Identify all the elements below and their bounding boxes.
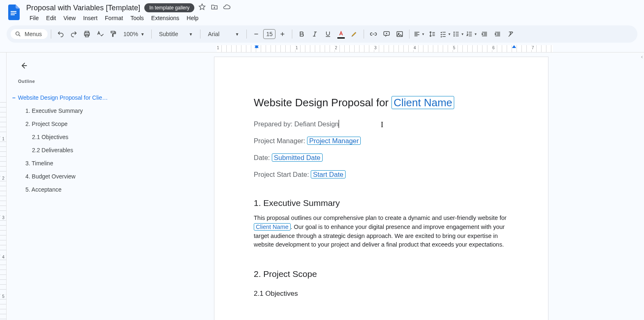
side-panel-toggle[interactable] bbox=[640, 53, 644, 320]
dash-icon: – bbox=[12, 94, 16, 101]
menu-tools[interactable]: Tools bbox=[127, 13, 147, 23]
document-canvas[interactable]: Website Design Proposal for Client Name … bbox=[123, 53, 640, 320]
menu-view[interactable]: View bbox=[60, 13, 79, 23]
outline-item[interactable]: 4. Budget Overview bbox=[18, 170, 115, 183]
spellcheck-button[interactable] bbox=[94, 28, 106, 40]
ruler-number: 6 bbox=[492, 46, 496, 50]
outline-item[interactable]: 3. Timeline bbox=[18, 157, 115, 170]
menu-help[interactable]: Help bbox=[183, 13, 202, 23]
variable-chip-start-date[interactable]: Start Date bbox=[311, 170, 345, 178]
outline-item[interactable]: 2.2 Deliverables bbox=[18, 144, 115, 157]
bold-button[interactable] bbox=[296, 28, 308, 40]
caret-icon: ▼ bbox=[461, 32, 464, 36]
caret-icon: ▼ bbox=[141, 32, 145, 37]
vertical-ruler[interactable]: 1 2 3 4 5 bbox=[0, 53, 7, 320]
outline-item[interactable]: 5. Acceptance bbox=[18, 183, 115, 196]
clear-formatting-button[interactable] bbox=[505, 28, 517, 40]
outline-back-button[interactable] bbox=[18, 60, 30, 71]
italic-button[interactable] bbox=[309, 28, 321, 40]
outline-item-title[interactable]: –Website Design Proposal for Clie… bbox=[12, 91, 115, 104]
add-comment-button[interactable] bbox=[380, 28, 393, 40]
prepared-by-line[interactable]: Prepared by: Defiant Design I bbox=[254, 120, 509, 128]
outline-item[interactable]: 2. Project Scope bbox=[18, 117, 115, 130]
date-line[interactable]: Date: Submitted Date bbox=[254, 154, 509, 162]
menu-edit[interactable]: Edit bbox=[43, 13, 59, 23]
heading-objectives[interactable]: 2.1 Objectives bbox=[254, 290, 509, 298]
toolbar-separator bbox=[292, 30, 292, 39]
first-line-indent-marker[interactable] bbox=[255, 45, 259, 52]
menu-format[interactable]: Format bbox=[102, 13, 126, 23]
line-spacing-button[interactable] bbox=[426, 28, 438, 40]
numbered-list-button[interactable]: ▼ bbox=[465, 28, 478, 40]
docs-logo-icon[interactable] bbox=[7, 3, 21, 21]
start-date-line[interactable]: Project Start Date: Start Date bbox=[254, 171, 509, 178]
insert-image-button[interactable] bbox=[394, 28, 406, 40]
document-page[interactable]: Website Design Proposal for Client Name … bbox=[214, 57, 548, 320]
outline-item-text: Website Design Proposal for Clie… bbox=[18, 94, 108, 101]
template-gallery-chip[interactable]: In template gallery bbox=[144, 3, 194, 12]
title-bar: Proposal with Variables [Template] In te… bbox=[0, 0, 644, 23]
ruler-number: 4 bbox=[1, 255, 6, 259]
toolbar-separator bbox=[364, 30, 364, 39]
align-button[interactable]: ▼ bbox=[413, 28, 425, 40]
variable-chip-client-name-body[interactable]: Client Name bbox=[254, 223, 291, 231]
toolbar-separator bbox=[151, 30, 152, 39]
checklist-button[interactable]: ▼ bbox=[439, 28, 451, 40]
outline-item[interactable]: 1. Executive Summary bbox=[18, 104, 115, 117]
caret-icon: ▼ bbox=[235, 32, 239, 37]
variable-chip-client-name[interactable]: Client Name bbox=[391, 96, 454, 109]
print-button[interactable] bbox=[81, 28, 93, 40]
font-value: Arial bbox=[208, 31, 219, 37]
pm-label: Project Manager: bbox=[254, 137, 307, 144]
highlight-color-button[interactable] bbox=[348, 28, 360, 40]
outline-item[interactable]: 2.1 Objectives bbox=[18, 130, 115, 144]
app-root: Proposal with Variables [Template] In te… bbox=[0, 0, 644, 320]
paragraph-style-select[interactable]: Subtitle▼ bbox=[155, 31, 197, 37]
svg-point-11 bbox=[454, 32, 455, 33]
search-menus-button[interactable]: Menus bbox=[11, 29, 48, 39]
svg-rect-0 bbox=[11, 11, 16, 12]
caret-icon: ▼ bbox=[474, 32, 477, 36]
ruler-number: 3 bbox=[373, 46, 378, 50]
undo-button[interactable] bbox=[55, 28, 67, 40]
cloud-status-icon[interactable] bbox=[223, 3, 230, 12]
doc-title-heading[interactable]: Website Design Proposal for Client Name bbox=[254, 96, 509, 109]
bulleted-list-button[interactable]: ▼ bbox=[452, 28, 464, 40]
font-family-select[interactable]: Arial▼ bbox=[204, 31, 243, 37]
zoom-select[interactable]: 100%▼ bbox=[120, 31, 148, 37]
svg-point-13 bbox=[454, 36, 455, 37]
text-color-button[interactable] bbox=[335, 28, 347, 40]
right-indent-marker[interactable] bbox=[512, 45, 516, 52]
redo-button[interactable] bbox=[68, 28, 80, 40]
project-manager-line[interactable]: Project Manager: Project Manager bbox=[254, 137, 509, 145]
svg-point-3 bbox=[16, 32, 19, 35]
insert-link-button[interactable] bbox=[367, 28, 380, 40]
underline-button[interactable] bbox=[322, 28, 334, 40]
menu-extensions[interactable]: Extensions bbox=[148, 13, 182, 23]
title-row: Proposal with Variables [Template] In te… bbox=[26, 3, 637, 12]
ruler-number: 5 bbox=[1, 294, 6, 299]
variable-chip-project-manager[interactable]: Project Manager bbox=[307, 137, 361, 145]
heading-project-scope[interactable]: 2. Project Scope bbox=[254, 269, 509, 279]
toolbar-separator bbox=[246, 30, 247, 39]
menu-file[interactable]: File bbox=[26, 13, 42, 23]
move-icon[interactable] bbox=[211, 3, 218, 12]
heading-executive-summary[interactable]: 1. Executive Summary bbox=[254, 198, 509, 208]
decrease-font-size-button[interactable] bbox=[250, 28, 262, 40]
decrease-indent-button[interactable] bbox=[478, 28, 491, 40]
font-size-group: 15 bbox=[250, 28, 289, 40]
toolbar-container: Menus 100%▼ Subtitle▼ Arial▼ 15 bbox=[0, 23, 644, 43]
paint-format-button[interactable] bbox=[107, 28, 119, 40]
increase-font-size-button[interactable] bbox=[276, 28, 289, 40]
font-size-input[interactable]: 15 bbox=[263, 29, 275, 39]
ruler-number: 5 bbox=[452, 46, 456, 50]
increase-indent-button[interactable] bbox=[492, 28, 504, 40]
toolbar-separator bbox=[200, 30, 200, 39]
variable-chip-submitted-date[interactable]: Submitted Date bbox=[272, 153, 323, 162]
star-icon[interactable] bbox=[198, 3, 206, 12]
executive-summary-paragraph[interactable]: This proposal outlines our comprehensive… bbox=[254, 214, 509, 249]
date-label: Date: bbox=[254, 154, 272, 161]
document-title[interactable]: Proposal with Variables [Template] bbox=[26, 4, 140, 12]
menu-insert[interactable]: Insert bbox=[80, 13, 101, 23]
horizontal-ruler[interactable]: 1 1 2 3 4 5 6 7 bbox=[0, 45, 644, 53]
